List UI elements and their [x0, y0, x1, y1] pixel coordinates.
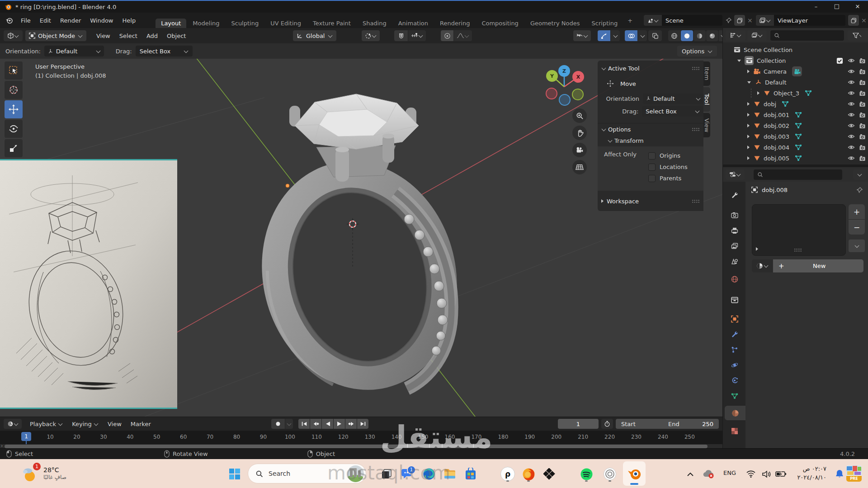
outliner-item-name[interactable]: dobj.004	[764, 144, 789, 151]
picsart-icon[interactable]: ρ	[499, 465, 516, 483]
checkbox[interactable]	[648, 175, 656, 182]
hide-eye-icon[interactable]	[848, 89, 855, 97]
outliner-row-dobj-002[interactable]: dobj.002	[723, 120, 868, 131]
close-button[interactable]: ✕	[847, 1, 868, 13]
disclosure-closed-icon[interactable]	[747, 102, 750, 106]
falloff-dropdown[interactable]	[454, 30, 472, 41]
properties-options-dropdown[interactable]	[853, 169, 866, 180]
properties-tab-tool[interactable]	[725, 188, 745, 202]
options-panel-header[interactable]: Options	[598, 123, 703, 135]
hide-eye-icon[interactable]	[848, 57, 855, 64]
hide-eye-icon[interactable]	[848, 79, 855, 86]
new-material-button[interactable]: + New	[773, 259, 863, 272]
jump-to-start-button[interactable]	[298, 419, 310, 429]
properties-search[interactable]	[754, 169, 842, 180]
tab-view[interactable]: View	[703, 113, 710, 137]
outliner-item-name[interactable]: Default	[765, 79, 787, 86]
workspace-tab-geometry-nodes[interactable]: Geometry Nodes	[525, 19, 585, 28]
select-box-tool[interactable]	[5, 61, 23, 80]
hide-eye-icon[interactable]	[848, 68, 855, 75]
properties-tab-constraints[interactable]	[725, 373, 745, 388]
viewlayer-name-field[interactable]: ViewLayer	[774, 15, 845, 26]
file-explorer-icon[interactable]	[441, 465, 458, 483]
viewport-menu-object[interactable]: Object	[162, 33, 190, 39]
properties-tab-scene[interactable]	[725, 254, 745, 268]
add-workspace-button[interactable]: +	[624, 16, 636, 25]
jump-to-end-button[interactable]	[357, 419, 368, 429]
lens-app-icon[interactable]	[601, 465, 618, 483]
disable-render-icon[interactable]	[859, 155, 866, 162]
properties-tab-object[interactable]	[725, 312, 745, 326]
collection-checkbox[interactable]	[836, 57, 843, 64]
gizmo-dropdown[interactable]	[611, 30, 620, 41]
timeline-ruler[interactable]: 1 10203040506070809010011012013014015016…	[0, 431, 722, 444]
properties-editor-type-button[interactable]	[726, 169, 745, 180]
shading-wireframe-button[interactable]	[668, 30, 680, 41]
hide-eye-icon[interactable]	[848, 155, 855, 162]
snap-toggle-button[interactable]	[394, 30, 408, 41]
blender-taskbar-icon[interactable]	[623, 461, 646, 486]
orientation-dropdown[interactable]: Default	[44, 46, 104, 56]
weather-widget[interactable]: 1 28°C صافٍ غالبًا	[21, 463, 66, 484]
outliner-item-name[interactable]: dobj.001	[764, 112, 789, 118]
workspace-tab-layout[interactable]: Layout	[156, 19, 186, 28]
disclosure-closed-icon[interactable]	[757, 91, 760, 95]
panel-grip[interactable]	[692, 127, 700, 131]
disclosure-closed-icon[interactable]	[747, 124, 750, 127]
keying-set-dropdown[interactable]	[285, 419, 293, 429]
filter-collection-dropdown[interactable]	[747, 30, 767, 41]
microsoft-store-icon[interactable]	[462, 465, 479, 483]
disable-render-icon[interactable]	[859, 100, 866, 108]
menu-help[interactable]: Help	[118, 17, 141, 24]
timeline-menu-playback[interactable]: Playback	[25, 421, 67, 427]
outliner-row-dobj[interactable]: dobj	[723, 99, 868, 109]
minimize-button[interactable]: –	[806, 1, 826, 13]
menu-render[interactable]: Render	[56, 17, 85, 24]
workspace-panel-header[interactable]: Workspace	[598, 195, 703, 207]
camera-view-button[interactable]	[572, 143, 587, 157]
outliner-row-dobj-001[interactable]: dobj.001	[723, 109, 868, 120]
outliner-item-name[interactable]: dobj	[764, 101, 776, 108]
remove-viewlayer-icon[interactable]: ×	[861, 17, 867, 24]
mode-selector[interactable]: Object Mode	[25, 30, 86, 41]
outliner-item-name[interactable]: dobj.005	[764, 155, 789, 162]
pan-button[interactable]	[572, 126, 587, 140]
outliner-row-scene-collection[interactable]: Scene Collection	[723, 44, 868, 55]
add-slot-button[interactable]: +	[849, 204, 865, 220]
transform-orientation-dropdown[interactable]: Global	[293, 30, 336, 41]
timeline-editor-type-button[interactable]	[4, 419, 22, 429]
scrollbar-thumb[interactable]	[5, 445, 708, 448]
show-gizmo-toggle[interactable]	[598, 30, 610, 41]
menu-file[interactable]: File	[16, 17, 35, 24]
navigation-gizmo[interactable]: Z Y X	[538, 59, 592, 108]
gizmo-z-axis[interactable]: Z	[558, 65, 570, 77]
slots-resize-grip[interactable]	[794, 248, 802, 252]
gizmo-x-axis[interactable]: X	[572, 71, 584, 83]
properties-tab-material[interactable]	[725, 406, 745, 420]
disable-render-icon[interactable]	[859, 144, 866, 151]
clock-widget[interactable]: ٠٢:٠٧ ص ٢٠٢٤/٠٨/١٠	[790, 465, 826, 482]
properties-tab-particles[interactable]	[725, 343, 745, 357]
disclosure-closed-icon[interactable]	[747, 135, 750, 138]
properties-tab-object-data[interactable]	[725, 389, 745, 403]
blender-menu-icon[interactable]	[5, 17, 13, 24]
disable-render-icon[interactable]	[859, 57, 866, 64]
end-frame-field[interactable]: End 250	[663, 419, 719, 429]
onedrive-error-icon[interactable]	[700, 465, 717, 483]
search-daily-image[interactable]	[347, 465, 364, 482]
timeline-menu-keying[interactable]: Keying	[67, 421, 103, 427]
hide-eye-icon[interactable]	[848, 122, 855, 129]
panel-grip[interactable]	[692, 199, 700, 203]
current-frame-field[interactable]: 1	[558, 419, 599, 429]
start-button[interactable]	[226, 465, 243, 483]
workspace-tab-sculpting[interactable]: Sculpting	[226, 19, 264, 28]
transform-subpanel-header[interactable]: Transform	[598, 135, 703, 146]
move-tool[interactable]	[5, 100, 23, 118]
display-mode-dropdown[interactable]	[726, 30, 745, 41]
outliner-row-dobj-004[interactable]: dobj.004	[723, 142, 868, 153]
workspace-tab-modeling[interactable]: Modeling	[187, 19, 225, 28]
affect-only-origins[interactable]: Origins	[648, 150, 688, 161]
scene-browse-button[interactable]	[644, 15, 662, 26]
hide-eye-icon[interactable]	[848, 144, 855, 151]
wifi-icon[interactable]	[742, 465, 760, 483]
